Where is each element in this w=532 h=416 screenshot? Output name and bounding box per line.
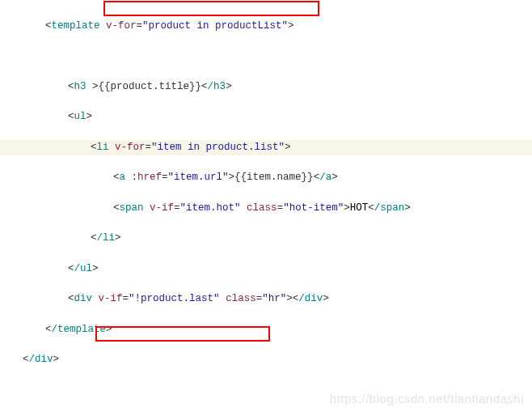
code-line: </ul>: [0, 261, 532, 277]
attr-name: class: [226, 293, 256, 304]
tag-name: ul: [74, 111, 87, 122]
tag-name: div: [74, 293, 93, 304]
tag-name: /template: [52, 324, 107, 335]
code-line: <a :href="item.url">{{item.name}}</a>: [0, 170, 532, 185]
tag-name: template: [52, 20, 100, 32]
tag-name: span: [120, 202, 144, 214]
highlighted-line: <li v-for="item in product.list">: [0, 140, 532, 155]
code-line: <h3 >{{product.title}}</h3>: [0, 79, 532, 95]
code-line: <template v-for="product in productList"…: [0, 19, 532, 34]
tag-name: /div: [29, 354, 53, 365]
code-line: </div>: [0, 352, 532, 367]
attr-value: "product in productList": [142, 20, 288, 32]
code-line: </template>: [0, 322, 532, 337]
tag-name: /a: [319, 172, 331, 183]
tag-name: /span: [374, 202, 405, 214]
watermark: https://blog.csdn.net/tiantiandashi: [330, 390, 524, 409]
tag-name: h3: [74, 81, 87, 92]
code-line: <div v-if="!product.last" class="hr"></d…: [0, 291, 532, 307]
tag-name: li: [97, 142, 109, 153]
code-line: <ul>: [0, 109, 532, 125]
attr-name: v-for: [115, 142, 146, 153]
blank-line: [0, 49, 532, 64]
interpolation: {{product.title}}: [99, 81, 202, 92]
attr-value: "item in product.list": [151, 142, 285, 153]
attr-value: "hr": [262, 293, 286, 304]
text: HOT: [350, 202, 369, 214]
code-editor: <template v-for="product in productList"…: [0, 0, 532, 416]
attr-name: v-if: [99, 293, 123, 304]
attr-value: "hot-item": [283, 202, 344, 214]
blank-line: [0, 413, 532, 416]
interpolation: {{item.name}}: [234, 172, 314, 183]
attr-name: v-if: [150, 202, 174, 214]
tag-name: /h3: [208, 81, 226, 92]
attr-name: v-for: [106, 20, 137, 32]
code-line: <span v-if="item.hot" class="hot-item">H…: [0, 201, 532, 216]
attr-name: class: [247, 202, 277, 214]
attr-value: "!product.last": [129, 293, 220, 304]
code-line: </li>: [0, 231, 532, 246]
tag-name: /li: [97, 232, 116, 244]
tag-name: /ul: [74, 263, 93, 274]
tag-name: /div: [298, 293, 323, 304]
attr-name: :href: [132, 172, 163, 183]
attr-value: "item.url": [168, 172, 229, 183]
attr-value: "item.hot": [180, 202, 241, 214]
tag-name: a: [120, 172, 126, 183]
